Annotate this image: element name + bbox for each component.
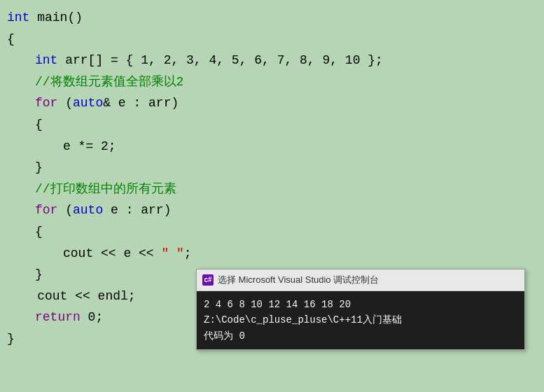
keyword-int: int: [7, 7, 29, 29]
code-line-5: for (auto& e : arr): [35, 92, 544, 114]
keyword-auto-1: auto: [73, 92, 103, 114]
code-line-6: {: [35, 114, 544, 136]
keyword-for-2: for: [35, 200, 57, 221]
terminal-titlebar: c# 选择 Microsoft Visual Studio 调试控制台: [197, 270, 524, 291]
terminal-output-1: 2 4 6 8 10 12 14 16 18 20: [204, 297, 517, 312]
code-line-11: {: [35, 221, 544, 243]
code-line-2: {: [7, 29, 544, 50]
code-line-10: for (auto e : arr): [35, 200, 544, 221]
comment-print: //打印数组中的所有元素: [35, 178, 176, 200]
terminal-title: 选择 Microsoft Visual Studio 调试控制台: [218, 272, 379, 288]
terminal-body: 2 4 6 8 10 12 14 16 18 20 Z:\Code\c_plus…: [197, 291, 524, 349]
keyword-return: return: [35, 307, 81, 328]
code-line-3: int arr[] = { 1, 2, 3, 4, 5, 6, 7, 8, 9,…: [35, 50, 544, 71]
keyword-auto-2: auto: [73, 200, 103, 221]
vs-icon: c#: [202, 274, 214, 286]
code-line-12: cout << e << " ";: [63, 243, 544, 265]
terminal-output-2: Z:\Code\c_pluse_pluse\C++11入门基础: [204, 312, 517, 328]
code-line-1: int main(): [7, 7, 544, 29]
keyword-int-arr: int: [35, 50, 57, 71]
terminal-output-3: 代码为 0: [204, 328, 517, 344]
code-line-9: //打印数组中的所有元素: [35, 178, 544, 200]
code-line-7: e *= 2;: [63, 136, 544, 158]
terminal-popup: c# 选择 Microsoft Visual Studio 调试控制台 2 4 …: [196, 269, 525, 350]
string-space: " ": [161, 243, 183, 265]
code-line-8: }: [35, 157, 544, 178]
code-editor: int main() { int arr[] = { 1, 2, 3, 4, 5…: [0, 0, 544, 392]
code-line-4: //将数组元素值全部乘以2: [35, 71, 544, 93]
keyword-for-1: for: [35, 92, 57, 114]
comment-multiply: //将数组元素值全部乘以2: [35, 71, 183, 93]
